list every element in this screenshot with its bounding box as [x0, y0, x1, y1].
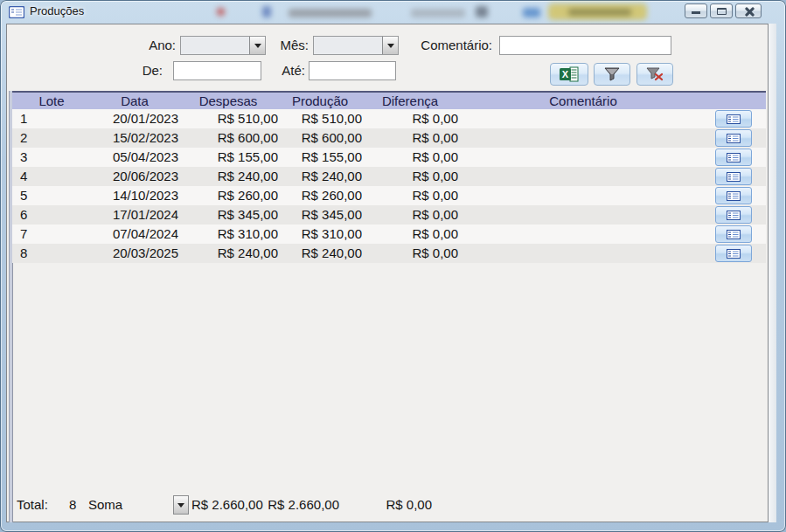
cell-detail — [715, 245, 752, 262]
aggregate-dropdown-button[interactable] — [173, 495, 189, 515]
form-detail-icon — [727, 211, 741, 220]
background-blur-blob — [289, 9, 372, 17]
cell-data: 20/03/2025 — [91, 244, 178, 263]
cell-comentario — [458, 205, 708, 225]
form-detail-icon — [727, 191, 741, 201]
cell-diferenca: R$ 0,00 — [362, 167, 458, 186]
form-detail-icon — [727, 134, 741, 143]
maximize-icon — [717, 8, 727, 15]
cell-comentario — [458, 148, 708, 167]
cell-producao: R$ 310,00 — [278, 225, 362, 244]
de-label: De: — [94, 61, 163, 80]
background-blur-blob — [523, 8, 540, 17]
total-label: Total: — [17, 493, 48, 517]
table-row[interactable]: 4 20/06/2023 R$ 240,00 R$ 240,00 R$ 0,00 — [12, 167, 766, 186]
open-record-detail-button[interactable] — [715, 129, 752, 147]
mes-combobox-value — [314, 37, 382, 54]
ate-input[interactable] — [309, 61, 396, 80]
cell-producao: R$ 345,00 — [278, 205, 362, 225]
cell-diferenca: R$ 0,00 — [362, 244, 458, 263]
total-producao: R$ 2.660,00 — [265, 493, 339, 517]
cell-data: 20/06/2023 — [91, 167, 178, 186]
window-title: Produções — [30, 4, 84, 17]
table-row[interactable]: 2 15/02/2023 R$ 600,00 R$ 600,00 R$ 0,00 — [12, 128, 766, 148]
open-record-detail-button[interactable] — [715, 206, 752, 224]
table-body: 1 20/01/2023 R$ 510,00 R$ 510,00 R$ 0,00 — [12, 109, 766, 263]
cell-comentario — [458, 167, 708, 186]
cell-producao: R$ 510,00 — [278, 109, 362, 128]
aggregate-combobox-value[interactable]: Soma — [88, 493, 122, 517]
cell-producao: R$ 600,00 — [278, 128, 362, 148]
cell-data: 17/01/2024 — [91, 205, 178, 225]
close-button[interactable] — [735, 3, 762, 18]
ano-label: Ano: — [94, 36, 176, 55]
table-row[interactable]: 1 20/01/2023 R$ 510,00 R$ 510,00 R$ 0,00 — [12, 109, 766, 128]
window-controls — [685, 3, 762, 18]
cell-despesas: R$ 510,00 — [178, 109, 278, 128]
cell-detail — [715, 206, 752, 224]
open-record-detail-button[interactable] — [715, 187, 752, 204]
cell-lote: 5 — [12, 186, 91, 205]
cell-lote: 1 — [12, 109, 91, 128]
open-record-detail-button[interactable] — [715, 225, 752, 243]
comentario-input[interactable] — [499, 36, 671, 55]
open-record-detail-button[interactable] — [715, 110, 752, 128]
cell-despesas: R$ 310,00 — [178, 225, 278, 244]
ano-combobox-value — [181, 37, 249, 54]
produce-window: Produções Ano: Mês: Comentário: De: Até: — [0, 0, 786, 532]
table-row[interactable]: 5 14/10/2023 R$ 260,00 R$ 260,00 R$ 0,00 — [12, 186, 766, 205]
cell-diferenca: R$ 0,00 — [362, 205, 458, 225]
cell-diferenca: R$ 0,00 — [362, 225, 458, 244]
cell-diferenca: R$ 0,00 — [362, 128, 458, 148]
window-border-gutter — [769, 24, 776, 522]
total-despesas: R$ 2.660,00 — [191, 493, 261, 517]
cell-data: 14/10/2023 — [91, 186, 178, 205]
cell-data: 07/04/2024 — [91, 225, 178, 244]
cell-comentario — [458, 186, 708, 205]
cell-producao: R$ 155,00 — [278, 148, 362, 167]
form-window-icon — [9, 6, 24, 18]
table-row[interactable]: 8 20/03/2025 R$ 240,00 R$ 240,00 R$ 0,00 — [12, 244, 766, 263]
apply-filter-button[interactable] — [594, 63, 630, 86]
cell-diferenca: R$ 0,00 — [362, 109, 458, 128]
form-client-area: Ano: Mês: Comentário: De: Até: X — [6, 24, 769, 522]
total-diferenca: R$ 0,00 — [344, 493, 432, 517]
cell-data: 15/02/2023 — [91, 128, 178, 148]
open-record-detail-button[interactable] — [715, 245, 752, 262]
cell-despesas: R$ 240,00 — [178, 167, 278, 186]
cell-diferenca: R$ 0,00 — [362, 148, 458, 167]
table-row[interactable]: 7 07/04/2024 R$ 310,00 R$ 310,00 R$ 0,00 — [12, 225, 766, 244]
cell-lote: 8 — [12, 244, 91, 263]
table-row[interactable]: 3 05/04/2023 R$ 155,00 R$ 155,00 R$ 0,00 — [12, 148, 766, 167]
column-header-data: Data — [91, 93, 178, 109]
table-header: Lote Data Despesas Produção Diferença Co… — [12, 91, 766, 109]
svg-text:X: X — [562, 69, 569, 79]
maximize-button[interactable] — [710, 3, 733, 18]
form-detail-icon — [727, 172, 741, 182]
form-detail-icon — [727, 230, 741, 239]
cell-detail — [715, 187, 752, 204]
export-excel-button[interactable]: X — [550, 63, 588, 86]
titlebar[interactable]: Produções — [0, 0, 786, 24]
table-row[interactable]: 6 17/01/2024 R$ 345,00 R$ 345,00 R$ 0,00 — [12, 205, 766, 225]
cell-detail — [715, 225, 752, 243]
column-header-lote: Lote — [12, 93, 91, 109]
column-header-comentario: Comentário — [458, 93, 708, 109]
cell-producao: R$ 240,00 — [278, 167, 362, 186]
cell-data: 05/04/2023 — [91, 148, 178, 167]
totals-footer: Total: 8 Soma R$ 2.660,00 R$ 2.660,00 R$… — [7, 493, 768, 522]
total-count: 8 — [69, 493, 76, 517]
mes-label: Mês: — [261, 36, 309, 55]
ano-combobox[interactable] — [180, 36, 266, 55]
background-blur-blob — [568, 9, 631, 16]
cell-lote: 6 — [12, 205, 91, 225]
clear-filter-button[interactable] — [636, 63, 673, 86]
cell-data: 20/01/2023 — [91, 109, 178, 128]
de-input[interactable] — [173, 61, 261, 80]
background-blur-blob — [476, 6, 488, 17]
cell-detail — [715, 129, 752, 147]
cell-despesas: R$ 260,00 — [178, 186, 278, 205]
open-record-detail-button[interactable] — [715, 168, 752, 185]
minimize-button[interactable] — [685, 3, 707, 18]
open-record-detail-button[interactable] — [715, 149, 752, 166]
